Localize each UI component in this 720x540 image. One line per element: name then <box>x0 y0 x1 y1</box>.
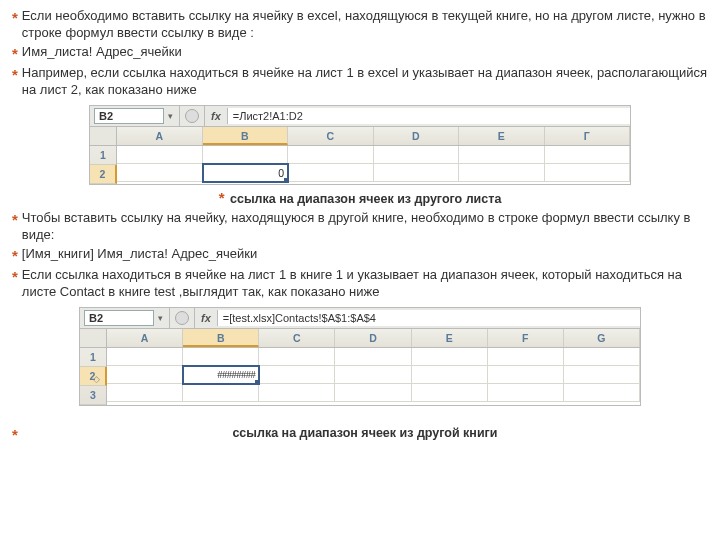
cell[interactable] <box>117 164 203 182</box>
cell[interactable] <box>374 164 460 182</box>
col-header[interactable]: Г <box>545 127 631 145</box>
formula-bar: B2 ▾ fx =[test.xlsx]Contacts!$A$1:$A$4 <box>80 308 640 329</box>
grid-row <box>117 146 630 164</box>
excel-figure-2: B2 ▾ fx =[test.xlsx]Contacts!$A$1:$A$4 1… <box>79 307 641 406</box>
text-p4: Чтобы вставить ссылку на ячейку, находящ… <box>22 210 708 244</box>
cell[interactable] <box>107 348 183 366</box>
para-5: * [Имя_книги] Имя_листа! Адрес_ячейки <box>12 246 708 266</box>
col-header[interactable]: D <box>335 329 411 347</box>
cell[interactable] <box>335 366 411 384</box>
cell-active[interactable]: ######## <box>183 366 259 384</box>
cell[interactable] <box>183 348 259 366</box>
text-p6: Если ссылка находиться в ячейке на лист … <box>22 267 708 301</box>
cell[interactable] <box>335 384 411 402</box>
fx-control-icon[interactable] <box>175 311 189 325</box>
cell[interactable] <box>564 384 640 402</box>
col-header[interactable]: G <box>564 329 640 347</box>
bullet-star: * <box>12 65 18 85</box>
row-header[interactable]: 1 <box>80 348 106 367</box>
cell-active[interactable]: 0 <box>203 164 289 182</box>
column-headers: A B C D E F G <box>107 329 640 348</box>
formula-controls <box>170 308 195 328</box>
row-header[interactable]: 2 <box>90 165 117 184</box>
col-header[interactable]: E <box>412 329 488 347</box>
cell[interactable] <box>545 164 631 182</box>
text-p2: Имя_листа! Адрес_ячейки <box>22 44 708 61</box>
cell[interactable] <box>259 366 335 384</box>
bullet-star: * <box>12 210 18 230</box>
cell[interactable] <box>335 348 411 366</box>
name-box[interactable]: B2 <box>94 108 164 124</box>
text-p5: [Имя_книги] Имя_листа! Адрес_ячейки <box>22 246 708 263</box>
fx-control-icon[interactable] <box>185 109 199 123</box>
cell[interactable]: ◇ <box>107 366 183 384</box>
bullet-star: * <box>12 426 18 443</box>
cell[interactable] <box>183 384 259 402</box>
cell[interactable] <box>488 348 564 366</box>
col-header[interactable]: C <box>259 329 335 347</box>
caption-1-text: ссылка на диапазон ячеек из другого лист… <box>230 192 501 206</box>
fx-icon[interactable]: fx <box>195 312 217 324</box>
bullet-star: * <box>12 246 18 266</box>
grid-row: 0 <box>117 164 630 182</box>
cell[interactable] <box>259 348 335 366</box>
cell[interactable] <box>288 164 374 182</box>
row-header-column: 1 2 3 <box>80 329 107 405</box>
text-p3: Например, если ссылка находиться в ячейк… <box>22 65 708 99</box>
para-4: * Чтобы вставить ссылку на ячейку, наход… <box>12 210 708 244</box>
cell[interactable] <box>564 348 640 366</box>
columns-area: A B C D E F G ◇ ######## <box>107 329 640 405</box>
bullet-star: * <box>12 44 18 64</box>
namebox-wrap: B2 ▾ <box>80 308 170 328</box>
formula-input[interactable]: =Лист2!A1:D2 <box>227 108 630 124</box>
cell[interactable] <box>107 384 183 402</box>
cell[interactable] <box>374 146 460 164</box>
namebox-wrap: B2 ▾ <box>90 106 180 126</box>
col-header[interactable]: A <box>107 329 183 347</box>
row-header[interactable]: 1 <box>90 146 116 165</box>
bullet-star: * <box>12 8 18 28</box>
caption-2-text: ссылка на диапазон ячеек из другой книги <box>232 426 497 440</box>
grid-row <box>107 384 640 402</box>
formula-controls <box>180 106 205 126</box>
formula-input[interactable]: =[test.xlsx]Contacts!$A$1:$A$4 <box>217 310 640 326</box>
col-header[interactable]: E <box>459 127 545 145</box>
cell[interactable] <box>488 384 564 402</box>
row-header[interactable]: 3 <box>80 386 106 405</box>
cell[interactable] <box>412 366 488 384</box>
cell[interactable] <box>459 146 545 164</box>
select-all-corner[interactable] <box>80 329 106 348</box>
col-header[interactable]: C <box>288 127 374 145</box>
cell[interactable] <box>564 366 640 384</box>
cell[interactable] <box>203 146 289 164</box>
para-6: * Если ссылка находиться в ячейке на лис… <box>12 267 708 301</box>
cell[interactable] <box>117 146 203 164</box>
grid-row: ◇ ######## <box>107 366 640 384</box>
columns-area: A B C D E Г 0 <box>117 127 630 184</box>
select-all-corner[interactable] <box>90 127 116 146</box>
grid-row <box>107 348 640 366</box>
text-p1: Если необходимо вставить ссылку на ячейк… <box>22 8 708 42</box>
col-header[interactable]: D <box>374 127 460 145</box>
cell[interactable] <box>545 146 631 164</box>
namebox-dropdown-icon[interactable]: ▾ <box>165 111 175 121</box>
col-header[interactable]: F <box>488 329 564 347</box>
formula-bar: B2 ▾ fx =Лист2!A1:D2 <box>90 106 630 127</box>
caption-1: * ссылка на диапазон ячеек из другого ли… <box>12 189 708 206</box>
cell[interactable] <box>459 164 545 182</box>
namebox-dropdown-icon[interactable]: ▾ <box>155 313 165 323</box>
col-header[interactable]: B <box>203 127 289 145</box>
cell[interactable] <box>412 384 488 402</box>
para-3: * Например, если ссылка находиться в яче… <box>12 65 708 99</box>
cell[interactable] <box>288 146 374 164</box>
spreadsheet-grid: 1 2 A B C D E Г 0 <box>90 127 630 184</box>
fx-icon[interactable]: fx <box>205 110 227 122</box>
marker-icon: ◇ <box>93 370 100 388</box>
cell[interactable] <box>412 348 488 366</box>
col-header[interactable]: B <box>183 329 259 347</box>
name-box[interactable]: B2 <box>84 310 154 326</box>
bullet-star: * <box>12 267 18 287</box>
cell[interactable] <box>259 384 335 402</box>
col-header[interactable]: A <box>117 127 203 145</box>
cell[interactable] <box>488 366 564 384</box>
